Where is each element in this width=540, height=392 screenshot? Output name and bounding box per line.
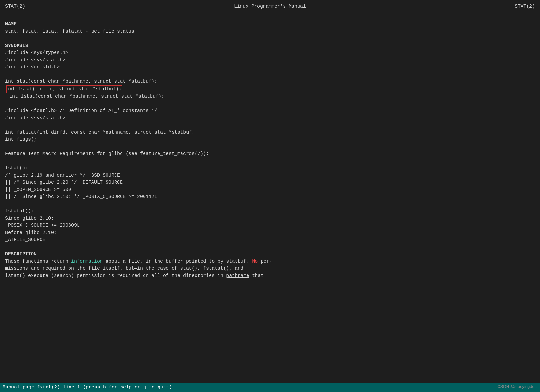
fstatat-pathname-underline: pathname: [106, 130, 129, 135]
description-line1: These functions return information about…: [5, 258, 535, 265]
synopsis-section-label: SYNOPSIS: [5, 42, 535, 50]
header-left: STAT(2): [5, 3, 25, 11]
description-line2: missions are required on the file itself…: [5, 265, 535, 272]
desc-no: No: [252, 259, 258, 264]
lstat-pathname-underline: pathname: [72, 94, 95, 99]
fstatat-dirfd-underline: dirfd: [51, 130, 65, 135]
lstat-label: lstat():: [5, 165, 535, 172]
header-right: STAT(2): [515, 3, 535, 11]
header-center: Linux Programmer's Manual: [234, 3, 306, 11]
fstat-highlight-box: int fstat(int fd, struct stat *statbuf);: [6, 85, 122, 93]
desc-information: information: [71, 259, 103, 264]
fstatat-comment3: Before glibc 2.10:: [5, 229, 535, 237]
desc-period: .: [246, 259, 252, 264]
func-fstatat-line1: int fstatat(int dirfd, const char *pathn…: [5, 129, 535, 136]
func-lstat-line: int lstat(const char *pathname, struct s…: [6, 93, 535, 100]
desc-pathname-underline: pathname: [226, 273, 249, 279]
desc-per: per-: [258, 259, 272, 264]
watermark-text: CSDN @studyingdda: [497, 384, 537, 389]
description-line3: lstat()—execute (search) permission is r…: [5, 272, 535, 280]
manual-header: STAT(2) Linux Programmer's Manual STAT(2…: [5, 3, 535, 11]
stat-statbuf-underline: statbuf: [131, 79, 152, 84]
description-label: DESCRIPTION: [5, 251, 535, 258]
fstatat-comment1: Since glibc 2.10:: [5, 215, 535, 222]
fstatat-statbuf-underline: statbuf: [172, 130, 192, 135]
fstatat-comment4: _ATFILE_SOURCE: [5, 236, 535, 244]
include-sysstat2: #include <sys/stat.h>: [5, 115, 535, 122]
stat-pathname-underline: pathname: [65, 79, 88, 84]
include-types: #include <sys/types.h>: [5, 49, 535, 57]
terminal-window: STAT(2) Linux Programmer's Manual STAT(2…: [0, 0, 540, 392]
fstatat-flags-underline: flags: [17, 137, 31, 142]
lstat-statbuf-underline: statbuf: [138, 94, 159, 99]
watermark: CSDN @studyingdda: [497, 383, 537, 390]
lstat-comment4: || /* Since glibc 2.10: */ _POSIX_C_SOUR…: [5, 193, 535, 201]
fstatat-comment2: _POSIX_C_SOURCE >= 200809L: [5, 222, 535, 229]
include-fcntl: #include <fcntl.h> /* Definition of AT_*…: [5, 107, 535, 115]
desc-statbuf: statbuf: [226, 259, 246, 264]
desc-about: about a file, in the buffer pointed to b…: [103, 259, 226, 264]
func-fstatat-line2: int flags);: [5, 136, 535, 143]
name-section-label: NAME: [5, 21, 535, 28]
desc-lstat-pre: lstat()—execute (search) permission is r…: [5, 273, 226, 279]
func-fstat-line: int fstat(int fd, struct stat *statbuf);: [6, 85, 535, 93]
name-content: stat, fstat, lstat, fstatat - get file s…: [5, 28, 535, 35]
status-bar: Manual page fstat(2) line 1 (press h for…: [0, 383, 540, 392]
include-stat: #include <sys/stat.h>: [5, 57, 535, 64]
include-unistd: #include <unistd.h>: [5, 64, 535, 71]
desc-pre: These functions return: [5, 259, 71, 264]
fstat-statbuf-underline: statbuf: [96, 86, 116, 92]
lstat-comment1: /* glibc 2.19 and earlier */ _BSD_SOURCE: [5, 172, 535, 179]
feature-test-line: Feature Test Macro Requirements for glib…: [5, 150, 535, 158]
func-stat-line: int stat(const char *pathname, struct st…: [5, 78, 535, 85]
lstat-comment2: || /* Since glibc 2.20 */ _DEFAULT_SOURC…: [5, 179, 535, 186]
lstat-comment3: || _XOPEN_SOURCE >= 500: [5, 186, 535, 194]
fstatat-label: fstatat():: [5, 208, 535, 215]
desc-that: that: [249, 273, 263, 279]
status-bar-text: Manual page fstat(2) line 1 (press h for…: [3, 385, 172, 390]
fstat-fd-underline: fd: [47, 86, 53, 92]
